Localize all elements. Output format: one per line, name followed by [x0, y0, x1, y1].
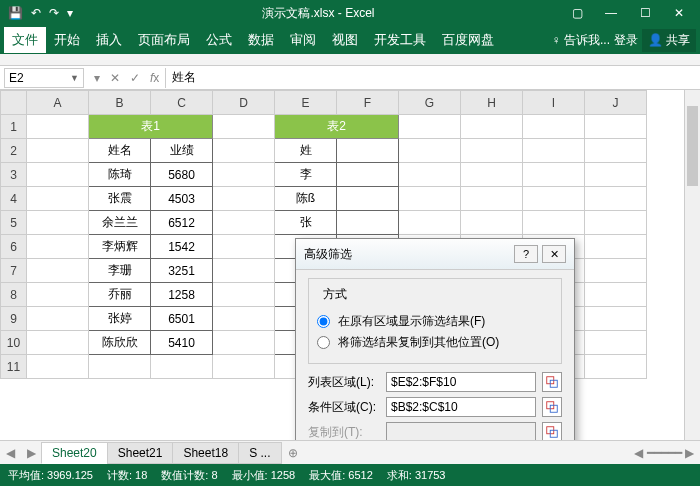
row-header[interactable]: 10	[1, 331, 27, 355]
ribbon-body	[0, 54, 700, 66]
undo-icon[interactable]: ↶	[31, 6, 41, 20]
scrollbar-vertical[interactable]	[684, 90, 700, 440]
minimize-icon[interactable]: —	[596, 6, 626, 20]
tab-baidu[interactable]: 百度网盘	[434, 27, 502, 53]
sheet-nav-next-icon[interactable]: ▶	[21, 446, 42, 460]
col-header[interactable]: F	[337, 91, 399, 115]
col-header[interactable]: G	[399, 91, 461, 115]
share-icon: 👤	[648, 33, 663, 47]
col-header[interactable]: A	[27, 91, 89, 115]
grid-area: A B C D E F G H I J 1表1表2 2姓名业绩姓 3陈琦5680…	[0, 90, 700, 440]
qat-dropdown-icon[interactable]: ▾	[67, 6, 73, 20]
row-header[interactable]: 3	[1, 163, 27, 187]
criteria-range-label: 条件区域(C):	[308, 399, 380, 416]
col-header[interactable]: C	[151, 91, 213, 115]
col-header[interactable]: B	[89, 91, 151, 115]
col-header[interactable]: H	[461, 91, 523, 115]
sheet-tab[interactable]: Sheet21	[107, 442, 174, 464]
name-box[interactable]: E2▼	[4, 68, 84, 88]
filter-inplace-radio[interactable]	[317, 315, 330, 328]
status-count: 计数: 18	[107, 468, 147, 483]
filter-copy-radio[interactable]	[317, 336, 330, 349]
tab-insert[interactable]: 插入	[88, 27, 130, 53]
tab-formulas[interactable]: 公式	[198, 27, 240, 53]
col-header[interactable]: I	[523, 91, 585, 115]
status-avg: 平均值: 3969.125	[8, 468, 93, 483]
sheet-tabs: ◀ ▶ Sheet20 Sheet21 Sheet18 S ... ⊕ ◀ ━━…	[0, 440, 700, 464]
tab-review[interactable]: 审阅	[282, 27, 324, 53]
col-header[interactable]: D	[213, 91, 275, 115]
status-sum: 求和: 31753	[387, 468, 446, 483]
copy-to-picker[interactable]	[542, 422, 562, 440]
row-header[interactable]: 8	[1, 283, 27, 307]
row-header[interactable]: 6	[1, 235, 27, 259]
criteria-range-picker[interactable]	[542, 397, 562, 417]
advanced-filter-dialog: 高级筛选 ? ✕ 方式 在原有区域显示筛选结果(F) 将筛选结果复制到其他位置(…	[295, 238, 575, 440]
dialog-title: 高级筛选	[304, 246, 510, 263]
select-all-corner[interactable]	[1, 91, 27, 115]
dialog-close-button[interactable]: ✕	[542, 245, 566, 263]
tab-file[interactable]: 文件	[4, 27, 46, 53]
titlebar: 💾 ↶ ↷ ▾ 演示文稿.xlsx - Excel ▢ — ☐ ✕	[0, 0, 700, 26]
share-button[interactable]: 👤共享	[642, 29, 696, 52]
col-header[interactable]: E	[275, 91, 337, 115]
row-header[interactable]: 1	[1, 115, 27, 139]
sheet-tab[interactable]: Sheet18	[172, 442, 239, 464]
scroll-thumb[interactable]	[687, 106, 698, 186]
window-title: 演示文稿.xlsx - Excel	[81, 5, 556, 22]
table1-title[interactable]: 表1	[89, 115, 213, 139]
cancel-formula-icon[interactable]: ✕	[110, 71, 120, 85]
tab-data[interactable]: 数据	[240, 27, 282, 53]
tab-home[interactable]: 开始	[46, 27, 88, 53]
fb-dropdown-icon[interactable]: ▾	[94, 71, 100, 85]
formula-input[interactable]: 姓名	[165, 68, 700, 88]
help-button[interactable]: ?	[514, 245, 538, 263]
row-header[interactable]: 11	[1, 355, 27, 379]
row-header[interactable]: 4	[1, 187, 27, 211]
method-group: 方式 在原有区域显示筛选结果(F) 将筛选结果复制到其他位置(O)	[308, 278, 562, 364]
tab-layout[interactable]: 页面布局	[130, 27, 198, 53]
close-icon[interactable]: ✕	[664, 6, 694, 20]
row-header[interactable]: 5	[1, 211, 27, 235]
status-bar: 平均值: 3969.125 计数: 18 数值计数: 8 最小值: 1258 最…	[0, 464, 700, 486]
criteria-range-input[interactable]: $B$2:$C$10	[386, 397, 536, 417]
row-header[interactable]: 7	[1, 259, 27, 283]
copy-to-label: 复制到(T):	[308, 424, 380, 441]
formula-bar: E2▼ ▾ ✕ ✓ fx 姓名	[0, 66, 700, 90]
status-max: 最大值: 6512	[309, 468, 373, 483]
list-range-input[interactable]: $E$2:$F$10	[386, 372, 536, 392]
ribbon-tabs: 文件 开始 插入 页面布局 公式 数据 审阅 视图 开发工具 百度网盘 ♀ 告诉…	[0, 26, 700, 54]
login-link[interactable]: 登录	[614, 32, 638, 49]
row-header[interactable]: 9	[1, 307, 27, 331]
ribbon-options-icon[interactable]: ▢	[562, 6, 592, 20]
tab-view[interactable]: 视图	[324, 27, 366, 53]
tab-dev[interactable]: 开发工具	[366, 27, 434, 53]
group-title: 方式	[319, 286, 351, 303]
sheet-tab[interactable]: S ...	[238, 442, 281, 464]
row-header[interactable]: 2	[1, 139, 27, 163]
fx-icon[interactable]: fx	[150, 71, 159, 85]
redo-icon[interactable]: ↷	[49, 6, 59, 20]
copy-to-input	[386, 422, 536, 440]
accept-formula-icon[interactable]: ✓	[130, 71, 140, 85]
status-numcount: 数值计数: 8	[161, 468, 217, 483]
tell-me[interactable]: ♀ 告诉我...	[552, 32, 610, 49]
new-sheet-icon[interactable]: ⊕	[282, 446, 304, 460]
save-icon[interactable]: 💾	[8, 6, 23, 20]
chevron-down-icon[interactable]: ▼	[70, 73, 79, 83]
maximize-icon[interactable]: ☐	[630, 6, 660, 20]
status-min: 最小值: 1258	[232, 468, 296, 483]
list-range-picker[interactable]	[542, 372, 562, 392]
sheet-tab[interactable]: Sheet20	[41, 442, 108, 464]
list-range-label: 列表区域(L):	[308, 374, 380, 391]
table2-title[interactable]: 表2	[275, 115, 399, 139]
col-header[interactable]: J	[585, 91, 647, 115]
sheet-nav-prev-icon[interactable]: ◀	[0, 446, 21, 460]
